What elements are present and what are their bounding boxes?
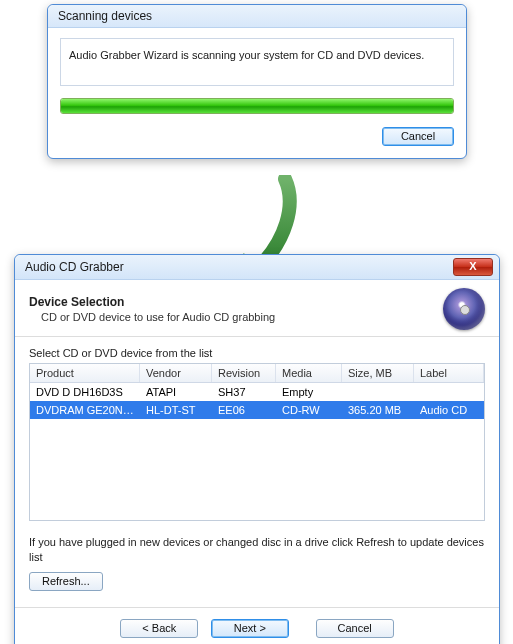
wizard-header-text: Device Selection CD or DVD device to use… xyxy=(29,295,275,323)
scanning-button-row: Cancel xyxy=(60,126,454,146)
next-button[interactable]: Next > xyxy=(211,619,289,638)
cell-label xyxy=(414,383,484,401)
cell-label: Audio CD xyxy=(414,401,484,419)
device-list-label: Select CD or DVD device from the list xyxy=(29,347,485,359)
cell-vendor: HL-DT-ST xyxy=(140,401,212,419)
cd-icon xyxy=(443,288,485,330)
col-revision[interactable]: Revision xyxy=(212,364,276,382)
cell-size: 365.20 MB xyxy=(342,401,414,419)
back-button[interactable]: < Back xyxy=(120,619,198,638)
device-list[interactable]: Product Vendor Revision Media Size, MB L… xyxy=(29,363,485,521)
scanning-message: Audio Grabber Wizard is scanning your sy… xyxy=(60,38,454,86)
wizard-dialog: Audio CD Grabber X Device Selection CD o… xyxy=(14,254,500,644)
cell-media: CD-RW xyxy=(276,401,342,419)
device-row[interactable]: DVD D DH16D3S ATAPI SH37 Empty xyxy=(30,383,484,401)
device-row[interactable]: DVDRAM GE20N… HL-DT-ST EE06 CD-RW 365.20… xyxy=(30,401,484,419)
wizard-cancel-button[interactable]: Cancel xyxy=(316,619,394,638)
scanning-body: Audio Grabber Wizard is scanning your sy… xyxy=(48,28,466,158)
cell-revision: SH37 xyxy=(212,383,276,401)
wizard-body: Select CD or DVD device from the list Pr… xyxy=(15,337,499,607)
cell-product: DVD D DH16D3S xyxy=(30,383,140,401)
cell-revision: EE06 xyxy=(212,401,276,419)
col-vendor[interactable]: Vendor xyxy=(140,364,212,382)
wizard-titlebar: Audio CD Grabber X xyxy=(15,255,499,280)
scanning-title: Scanning devices xyxy=(48,5,466,28)
col-media[interactable]: Media xyxy=(276,364,342,382)
col-label[interactable]: Label xyxy=(414,364,484,382)
wizard-footer: < Back Next > Cancel xyxy=(15,607,499,644)
wizard-subheading: CD or DVD device to use for Audio CD gra… xyxy=(29,309,275,323)
refresh-button[interactable]: Refresh... xyxy=(29,572,103,591)
scan-cancel-button[interactable]: Cancel xyxy=(382,127,454,146)
cell-vendor: ATAPI xyxy=(140,383,212,401)
cell-size xyxy=(342,383,414,401)
close-button[interactable]: X xyxy=(453,258,493,276)
col-product[interactable]: Product xyxy=(30,364,140,382)
wizard-window-title: Audio CD Grabber xyxy=(25,260,124,274)
refresh-row: Refresh... xyxy=(29,571,485,591)
wizard-header: Device Selection CD or DVD device to use… xyxy=(15,280,499,337)
col-size[interactable]: Size, MB xyxy=(342,364,414,382)
cell-media: Empty xyxy=(276,383,342,401)
device-list-header: Product Vendor Revision Media Size, MB L… xyxy=(30,364,484,383)
cell-product: DVDRAM GE20N… xyxy=(30,401,140,419)
scanning-dialog: Scanning devices Audio Grabber Wizard is… xyxy=(47,4,467,159)
wizard-heading: Device Selection xyxy=(29,295,275,309)
progress-fill xyxy=(61,99,453,113)
progress-bar xyxy=(60,98,454,114)
refresh-hint: If you have plugged in new devices or ch… xyxy=(29,535,485,565)
